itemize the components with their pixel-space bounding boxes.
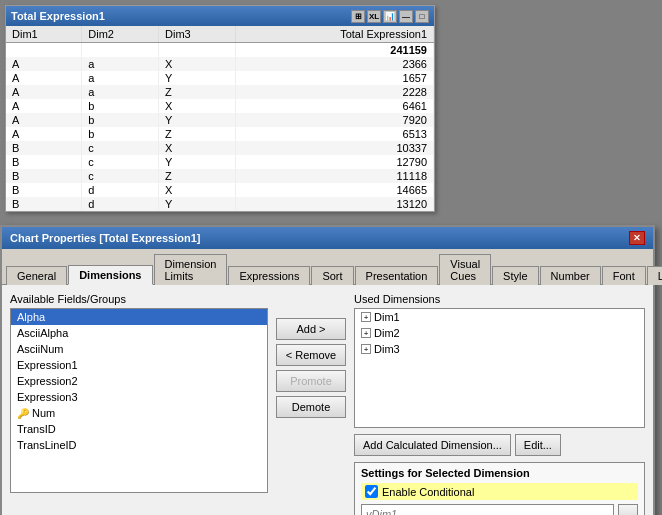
cell-dim2: b bbox=[82, 113, 159, 127]
maximize-btn[interactable]: □ bbox=[415, 10, 429, 23]
data-window-titlebar: Total Expression1 ⊞ XL 📊 — □ bbox=[6, 6, 434, 26]
cell-dim3: Y bbox=[159, 197, 236, 211]
tab-number[interactable]: Number bbox=[540, 266, 601, 285]
table-icon-btn[interactable]: ⊞ bbox=[351, 10, 365, 23]
table-row: B c X 10337 bbox=[6, 141, 434, 155]
used-dim-dim2[interactable]: +Dim2 bbox=[355, 325, 644, 341]
cell-dim2: c bbox=[82, 169, 159, 183]
tab-visual-cues[interactable]: Visual Cues bbox=[439, 254, 491, 285]
tab-presentation[interactable]: Presentation bbox=[355, 266, 439, 285]
table-row: A b Y 7920 bbox=[6, 113, 434, 127]
col-header-dim1: Dim1 bbox=[6, 26, 82, 43]
dim-label: Dim3 bbox=[374, 343, 400, 355]
chart-properties-dialog: Chart Properties [Total Expression1] ✕ G… bbox=[0, 225, 655, 515]
cell-value: 1657 bbox=[235, 71, 433, 85]
cell-dim2: d bbox=[82, 183, 159, 197]
cell-dim2: c bbox=[82, 155, 159, 169]
used-dimensions-label: Used Dimensions bbox=[354, 293, 645, 305]
available-item-num[interactable]: 🔑Num bbox=[11, 405, 267, 421]
vdim-row: ... bbox=[361, 504, 638, 515]
table-row: B d X 14665 bbox=[6, 183, 434, 197]
used-dim-dim1[interactable]: +Dim1 bbox=[355, 309, 644, 325]
chart-btn[interactable]: 📊 bbox=[383, 10, 397, 23]
cell-value: 6513 bbox=[235, 127, 433, 141]
available-item-asciialpha[interactable]: AsciiAlpha bbox=[11, 325, 267, 341]
tab-la---[interactable]: La... bbox=[647, 266, 662, 285]
tab-dimension-limits[interactable]: Dimension Limits bbox=[154, 254, 228, 285]
enable-conditional-row: Enable Conditional bbox=[361, 483, 638, 500]
table-row: B c Y 12790 bbox=[6, 155, 434, 169]
cell-value: 2366 bbox=[235, 57, 433, 71]
dialog-content: Available Fields/Groups AlphaAsciiAlphaA… bbox=[2, 285, 653, 515]
enable-conditional-checkbox[interactable] bbox=[365, 485, 378, 498]
action-btn-promote: Promote bbox=[276, 370, 346, 392]
xl-btn[interactable]: XL bbox=[367, 10, 381, 23]
cell-dim3: Z bbox=[159, 85, 236, 99]
cell-dim3: X bbox=[159, 57, 236, 71]
available-item-expression3[interactable]: Expression3 bbox=[11, 389, 267, 405]
cell-dim1: A bbox=[6, 85, 82, 99]
cell-value: 11118 bbox=[235, 169, 433, 183]
tab-font[interactable]: Font bbox=[602, 266, 646, 285]
bottom-right-buttons: Add Calculated Dimension...Edit... bbox=[354, 434, 645, 456]
minimize-btn[interactable]: — bbox=[399, 10, 413, 23]
cell-dim3: X bbox=[159, 141, 236, 155]
available-item-expression2[interactable]: Expression2 bbox=[11, 373, 267, 389]
available-item-expression1[interactable]: Expression1 bbox=[11, 357, 267, 373]
action-btn-demote[interactable]: Demote bbox=[276, 396, 346, 418]
col-header-total: Total Expression1 bbox=[235, 26, 433, 43]
tabs-bar: GeneralDimensionsDimension LimitsExpress… bbox=[2, 249, 653, 285]
cell-dim3: Z bbox=[159, 127, 236, 141]
cell-dim1: A bbox=[6, 113, 82, 127]
cell-value: 2228 bbox=[235, 85, 433, 99]
cell-value: 6461 bbox=[235, 99, 433, 113]
col-header-dim3: Dim3 bbox=[159, 26, 236, 43]
cell-value: 12790 bbox=[235, 155, 433, 169]
table-row: A b X 6461 bbox=[6, 99, 434, 113]
tab-dimensions[interactable]: Dimensions bbox=[68, 265, 152, 285]
dim-expand-icon[interactable]: + bbox=[361, 344, 371, 354]
right-panel: Used Dimensions +Dim1+Dim2+Dim3 Add Calc… bbox=[354, 293, 645, 515]
dim-label: Dim2 bbox=[374, 327, 400, 339]
bottom-btn-edit---[interactable]: Edit... bbox=[515, 434, 561, 456]
cell-value: 10337 bbox=[235, 141, 433, 155]
cell-value: 14665 bbox=[235, 183, 433, 197]
total-row: 241159 bbox=[6, 43, 434, 58]
cell-value: 7920 bbox=[235, 113, 433, 127]
dialog-title: Chart Properties [Total Expression1] bbox=[10, 232, 201, 244]
total-empty2 bbox=[82, 43, 159, 58]
used-dimensions-list[interactable]: +Dim1+Dim2+Dim3 bbox=[354, 308, 645, 428]
data-table-window: Total Expression1 ⊞ XL 📊 — □ Dim1 Dim2 D… bbox=[5, 5, 435, 212]
cell-dim3: Y bbox=[159, 71, 236, 85]
tab-general[interactable]: General bbox=[6, 266, 67, 285]
cell-dim1: B bbox=[6, 141, 82, 155]
dim-expand-icon[interactable]: + bbox=[361, 328, 371, 338]
bottom-btn-add-calculated-dimension---[interactable]: Add Calculated Dimension... bbox=[354, 434, 511, 456]
available-item-translineid[interactable]: TransLineID bbox=[11, 437, 267, 453]
vdim-browse-button[interactable]: ... bbox=[618, 504, 638, 515]
action-btn-add--[interactable]: Add > bbox=[276, 318, 346, 340]
tab-sort[interactable]: Sort bbox=[311, 266, 353, 285]
used-dim-dim3[interactable]: +Dim3 bbox=[355, 341, 644, 357]
total-value: 241159 bbox=[235, 43, 433, 58]
cell-dim2: c bbox=[82, 141, 159, 155]
cell-dim1: A bbox=[6, 57, 82, 71]
dim-label: Dim1 bbox=[374, 311, 400, 323]
tab-expressions[interactable]: Expressions bbox=[228, 266, 310, 285]
action-btn---remove[interactable]: < Remove bbox=[276, 344, 346, 366]
cell-dim1: B bbox=[6, 197, 82, 211]
available-item-transid[interactable]: TransID bbox=[11, 421, 267, 437]
available-fields-list[interactable]: AlphaAsciiAlphaAsciiNumExpression1Expres… bbox=[10, 308, 268, 493]
left-panel: Available Fields/Groups AlphaAsciiAlphaA… bbox=[10, 293, 268, 515]
cell-dim1: A bbox=[6, 71, 82, 85]
dim-expand-icon[interactable]: + bbox=[361, 312, 371, 322]
vdim-input[interactable] bbox=[361, 504, 614, 515]
cell-dim1: B bbox=[6, 155, 82, 169]
available-item-alpha[interactable]: Alpha bbox=[11, 309, 267, 325]
tab-style[interactable]: Style bbox=[492, 266, 538, 285]
available-item-asciinum[interactable]: AsciiNum bbox=[11, 341, 267, 357]
cell-dim3: X bbox=[159, 183, 236, 197]
settings-label: Settings for Selected Dimension bbox=[361, 467, 638, 479]
table-row: A b Z 6513 bbox=[6, 127, 434, 141]
dialog-close-button[interactable]: ✕ bbox=[629, 231, 645, 245]
